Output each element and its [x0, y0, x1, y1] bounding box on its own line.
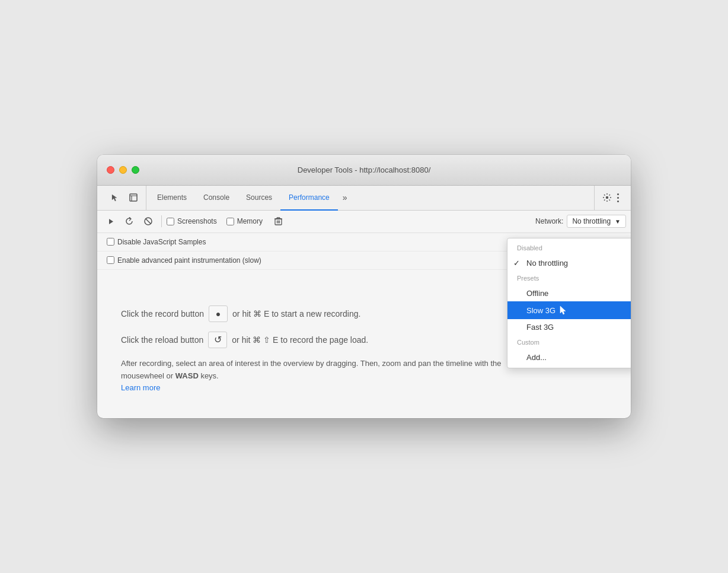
description-text: After recording, select an area of inter… — [121, 358, 536, 394]
traffic-lights — [107, 166, 139, 174]
reload-hint-prefix: Click the reload button — [121, 333, 203, 346]
more-options-icon[interactable] — [615, 191, 621, 205]
svg-marker-4 — [109, 219, 113, 224]
svg-line-6 — [146, 219, 151, 224]
network-label: Network: — [535, 217, 563, 225]
record-hint-icon: ● — [209, 305, 228, 322]
menu-item-add[interactable]: Add... — [507, 349, 631, 365]
tab-console[interactable]: Console — [195, 186, 238, 211]
js-samples-label[interactable]: Disable JavaScript Samples — [107, 238, 206, 246]
tabbar-icons — [102, 186, 146, 210]
tab-sources[interactable]: Sources — [238, 186, 280, 211]
record-hint-middle: or hit ⌘ E to start a new recording. — [232, 307, 360, 320]
devtools-window: Developer Tools - http://localhost:8080/… — [97, 155, 631, 418]
menu-section-presets: Presets — [507, 271, 631, 285]
memory-checkbox-label[interactable]: Memory — [226, 217, 263, 225]
titlebar: Developer Tools - http://localhost:8080/ — [97, 155, 631, 186]
description-main: After recording, select an area of inter… — [121, 359, 501, 380]
menu-section-disabled: Disabled — [507, 241, 631, 255]
menu-item-no-throttling[interactable]: No throttling — [507, 255, 631, 271]
network-controls: Network: No throttling ▼ Disabled No thr… — [535, 215, 626, 228]
network-dropdown[interactable]: No throttling ▼ Disabled No throttling P… — [567, 215, 626, 228]
menu-item-offline[interactable]: Offline — [507, 285, 631, 301]
inspect-icon[interactable] — [126, 190, 141, 205]
reload-profiling-button[interactable] — [121, 213, 138, 230]
cursor-icon[interactable] — [107, 190, 122, 205]
network-value: No throttling — [572, 217, 611, 225]
menu-section-custom: Custom — [507, 335, 631, 349]
toolbar-separator-1 — [161, 215, 162, 227]
maximize-button[interactable] — [132, 166, 139, 174]
delete-button[interactable] — [270, 213, 286, 230]
memory-checkbox[interactable] — [226, 218, 234, 225]
tabbar-actions — [594, 186, 626, 210]
screenshots-checkbox[interactable] — [167, 218, 174, 225]
toolbar: Screenshots Memory Network: No thrott — [97, 211, 631, 233]
record-button[interactable] — [102, 213, 119, 230]
reload-hint-icon: ↺ — [208, 332, 227, 348]
close-button[interactable] — [107, 166, 114, 174]
learn-more-link[interactable]: Learn more — [121, 383, 160, 392]
stop-button[interactable] — [140, 213, 157, 230]
settings-icon[interactable] — [599, 190, 615, 205]
screenshots-checkbox-label[interactable]: Screenshots — [167, 217, 217, 225]
menu-item-fast-3g[interactable]: Fast 3G — [507, 319, 631, 335]
tab-elements[interactable]: Elements — [149, 186, 195, 211]
reload-hint-middle: or hit ⌘ ⇧ E to record the page load. — [232, 333, 368, 346]
minimize-button[interactable] — [119, 166, 127, 174]
paint-instrumentation-checkbox[interactable] — [107, 256, 114, 264]
menu-item-slow-3g[interactable]: Slow 3G — [507, 301, 631, 319]
record-hint-prefix: Click the record button — [121, 307, 204, 320]
svg-point-3 — [606, 196, 608, 199]
dropdown-arrow-icon: ▼ — [615, 218, 621, 225]
svg-rect-0 — [130, 194, 137, 201]
paint-instrumentation-label[interactable]: Enable advanced paint instrumentation (s… — [107, 256, 261, 265]
js-samples-checkbox[interactable] — [107, 238, 114, 246]
tabbar: Elements Console Sources Performance » — [97, 186, 631, 211]
tab-performance[interactable]: Performance — [280, 186, 338, 211]
network-dropdown-menu: Disabled No throttling Presets Offline S… — [507, 238, 631, 368]
window-title: Developer Tools - http://localhost:8080/ — [298, 165, 431, 174]
tab-more[interactable]: » — [338, 186, 352, 210]
